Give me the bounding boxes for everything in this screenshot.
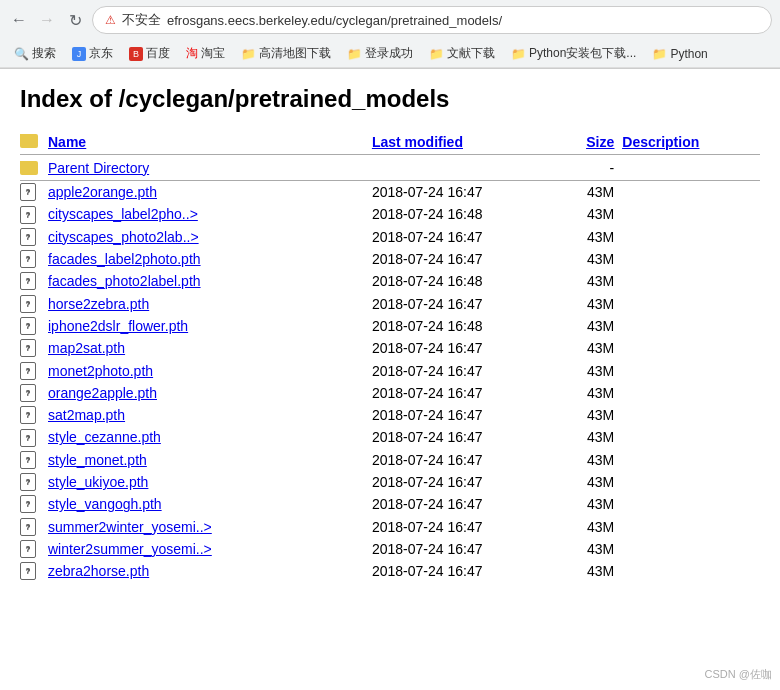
file-size-cell: 43M [564, 404, 622, 426]
table-row: ? orange2apple.pth 2018-07-24 16:47 43M [20, 382, 760, 404]
col-header-name[interactable]: Name [48, 129, 372, 155]
file-size-cell: 43M [564, 449, 622, 471]
file-desc-cell [622, 203, 760, 225]
file-type-icon: ? [20, 295, 36, 313]
file-link[interactable]: zebra2horse.pth [48, 563, 149, 579]
file-name-cell[interactable]: cityscapes_label2pho..> [48, 203, 372, 225]
file-desc-cell [622, 315, 760, 337]
file-name-cell[interactable]: cityscapes_photo2lab..> [48, 226, 372, 248]
file-type-icon: ? [20, 451, 36, 469]
file-link[interactable]: cityscapes_label2pho..> [48, 206, 198, 222]
file-date-cell: 2018-07-24 16:47 [372, 404, 564, 426]
file-type-icon: ? [20, 228, 36, 246]
file-link[interactable]: facades_photo2label.pth [48, 273, 201, 289]
file-name-cell[interactable]: facades_label2photo.pth [48, 248, 372, 270]
file-type-icon: ? [20, 339, 36, 357]
file-name-cell[interactable]: facades_photo2label.pth [48, 270, 372, 292]
file-desc-cell [622, 181, 760, 204]
table-row: ? style_ukiyoe.pth 2018-07-24 16:47 43M [20, 471, 760, 493]
file-name-cell[interactable]: sat2map.pth [48, 404, 372, 426]
file-link[interactable]: sat2map.pth [48, 407, 125, 423]
file-link[interactable]: map2sat.pth [48, 340, 125, 356]
nav-bar: ← → ↻ ⚠ 不安全 efrosgans.eecs.berkeley.edu/… [0, 0, 780, 40]
table-row: ? cityscapes_label2pho..> 2018-07-24 16:… [20, 203, 760, 225]
file-date-cell: 2018-07-24 16:47 [372, 181, 564, 204]
file-link[interactable]: cityscapes_photo2lab..> [48, 229, 199, 245]
file-date-cell: 2018-07-24 16:47 [372, 449, 564, 471]
file-date-cell: 2018-07-24 16:47 [372, 493, 564, 515]
bookmark-jd[interactable]: J 京东 [66, 43, 119, 64]
bookmark-login[interactable]: 📁 登录成功 [341, 43, 419, 64]
file-size-cell: 43M [564, 493, 622, 515]
bookmark-python[interactable]: 📁 Python [646, 45, 713, 63]
file-name-cell[interactable]: orange2apple.pth [48, 382, 372, 404]
file-name-cell[interactable]: monet2photo.pth [48, 359, 372, 381]
bookmark-taobao[interactable]: 淘 淘宝 [180, 43, 231, 64]
bookmark-python-pkg[interactable]: 📁 Python安装包下载... [505, 43, 642, 64]
file-name-cell[interactable]: horse2zebra.pth [48, 292, 372, 314]
bookmark-baidu[interactable]: B 百度 [123, 43, 176, 64]
refresh-button[interactable]: ↻ [64, 9, 86, 31]
file-desc-cell [622, 155, 760, 181]
file-link[interactable]: monet2photo.pth [48, 363, 153, 379]
col-header-description[interactable]: Description [622, 129, 760, 155]
file-name-cell[interactable]: map2sat.pth [48, 337, 372, 359]
file-link[interactable]: iphone2dslr_flower.pth [48, 318, 188, 334]
file-name-cell[interactable]: winter2summer_yosemi..> [48, 538, 372, 560]
table-row: ? apple2orange.pth 2018-07-24 16:47 43M [20, 181, 760, 204]
file-desc-cell [622, 404, 760, 426]
file-icon-cell: ? [20, 404, 48, 426]
table-row: ? sat2map.pth 2018-07-24 16:47 43M [20, 404, 760, 426]
file-name-cell[interactable]: zebra2horse.pth [48, 560, 372, 582]
file-name-cell[interactable]: style_ukiyoe.pth [48, 471, 372, 493]
file-link[interactable]: apple2orange.pth [48, 184, 157, 200]
file-name-cell[interactable]: summer2winter_yosemi..> [48, 515, 372, 537]
file-desc-cell [622, 538, 760, 560]
file-desc-cell [622, 515, 760, 537]
file-name-cell[interactable]: style_cezanne.pth [48, 426, 372, 448]
file-name-cell[interactable]: Parent Directory [48, 155, 372, 181]
bookmark-papers[interactable]: 📁 文献下载 [423, 43, 501, 64]
address-bar[interactable]: ⚠ 不安全 efrosgans.eecs.berkeley.edu/cycleg… [92, 6, 772, 34]
bookmark-jd-icon: J [72, 47, 86, 61]
file-link[interactable]: orange2apple.pth [48, 385, 157, 401]
file-size-cell: 43M [564, 270, 622, 292]
page-title: Index of /cyclegan/pretrained_models [20, 85, 760, 113]
table-row: Parent Directory - [20, 155, 760, 181]
file-desc-cell [622, 226, 760, 248]
bookmark-search[interactable]: 🔍 搜索 [8, 43, 62, 64]
file-link[interactable]: horse2zebra.pth [48, 296, 149, 312]
file-icon-cell: ? [20, 538, 48, 560]
file-date-cell: 2018-07-24 16:47 [372, 382, 564, 404]
file-link[interactable]: style_monet.pth [48, 452, 147, 468]
file-icon-cell: ? [20, 226, 48, 248]
file-link[interactable]: style_vangogh.pth [48, 496, 162, 512]
col-header-last-modified[interactable]: Last modified [372, 129, 564, 155]
table-row: ? summer2winter_yosemi..> 2018-07-24 16:… [20, 515, 760, 537]
file-link[interactable]: style_ukiyoe.pth [48, 474, 148, 490]
file-name-cell[interactable]: style_monet.pth [48, 449, 372, 471]
table-row: ? map2sat.pth 2018-07-24 16:47 43M [20, 337, 760, 359]
file-date-cell: 2018-07-24 16:48 [372, 203, 564, 225]
file-date-cell: 2018-07-24 16:47 [372, 292, 564, 314]
file-type-icon: ? [20, 206, 36, 224]
back-button[interactable]: ← [8, 9, 30, 31]
file-link[interactable]: style_cezanne.pth [48, 429, 161, 445]
file-name-cell[interactable]: apple2orange.pth [48, 181, 372, 204]
col-header-size[interactable]: Size [564, 129, 622, 155]
bookmark-map[interactable]: 📁 高清地图下载 [235, 43, 337, 64]
forward-button[interactable]: → [36, 9, 58, 31]
file-link[interactable]: summer2winter_yosemi..> [48, 519, 212, 535]
file-desc-cell [622, 560, 760, 582]
file-link[interactable]: Parent Directory [48, 160, 149, 176]
table-row: ? style_monet.pth 2018-07-24 16:47 43M [20, 449, 760, 471]
file-icon-cell: ? [20, 515, 48, 537]
file-link[interactable]: facades_label2photo.pth [48, 251, 201, 267]
file-name-cell[interactable]: iphone2dslr_flower.pth [48, 315, 372, 337]
file-size-cell: 43M [564, 426, 622, 448]
file-name-cell[interactable]: style_vangogh.pth [48, 493, 372, 515]
file-link[interactable]: winter2summer_yosemi..> [48, 541, 212, 557]
url-text: efrosgans.eecs.berkeley.edu/cyclegan/pre… [167, 13, 502, 28]
file-icon-cell [20, 155, 48, 181]
file-icon-cell: ? [20, 181, 48, 204]
